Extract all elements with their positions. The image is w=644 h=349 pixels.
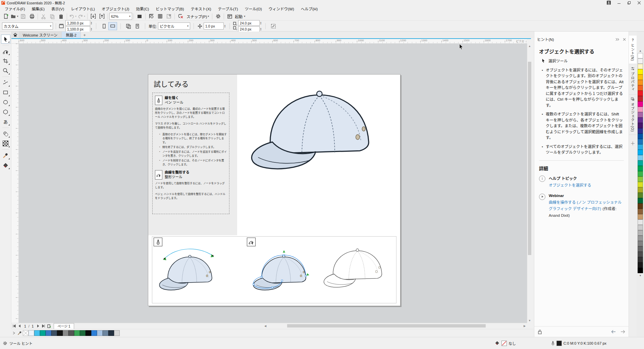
vertical-ruler[interactable] xyxy=(11,44,19,323)
add-docker-icon[interactable]: ＋ xyxy=(631,140,635,146)
color-swatch[interactable] xyxy=(46,330,51,336)
help-topic-link[interactable]: オブジェクトを選択する xyxy=(549,182,591,188)
scroll-down-icon[interactable]: ▼ xyxy=(527,318,532,323)
color-swatch[interactable] xyxy=(638,80,643,85)
print-icon[interactable] xyxy=(28,12,36,20)
scroll-up-icon[interactable]: ▲ xyxy=(527,44,532,48)
options-gear-icon[interactable] xyxy=(214,12,222,20)
pick-tool[interactable] xyxy=(1,35,10,44)
copy-icon[interactable] xyxy=(48,12,57,20)
docker-tab-properties[interactable]: プロパティ xyxy=(629,64,637,95)
color-swatch[interactable] xyxy=(638,236,643,241)
first-page-icon[interactable] xyxy=(11,323,17,329)
color-swatch[interactable] xyxy=(638,112,643,117)
color-swatch[interactable] xyxy=(638,150,643,155)
color-swatch[interactable] xyxy=(108,330,114,336)
duplicate-y-field[interactable]: 24.0 px xyxy=(238,26,260,32)
hint-back-icon[interactable] xyxy=(611,330,616,334)
close-panel-icon[interactable] xyxy=(623,38,626,41)
transparency-tool[interactable] xyxy=(1,139,10,148)
undo-icon[interactable]: ▾ xyxy=(68,12,77,20)
color-swatch[interactable] xyxy=(638,58,643,64)
color-swatch[interactable] xyxy=(68,330,74,336)
snap-off-icon[interactable] xyxy=(176,12,185,20)
color-swatch[interactable] xyxy=(638,257,643,262)
cut-icon[interactable] xyxy=(39,12,48,20)
maximize-icon[interactable] xyxy=(624,0,634,5)
color-swatch[interactable] xyxy=(638,160,643,166)
menu-window[interactable]: ウィンドウ(W) xyxy=(265,5,298,12)
color-swatch[interactable] xyxy=(80,330,86,336)
menu-bitmaps[interactable]: ビットマップ(B) xyxy=(152,5,187,12)
page-width-field[interactable]: 1,200.0 px xyxy=(65,20,90,26)
color-swatch[interactable] xyxy=(638,74,643,80)
nudge-spinner[interactable]: ▴▾ xyxy=(224,24,226,28)
color-swatch[interactable] xyxy=(638,209,643,214)
text-tool[interactable]: あ xyxy=(1,117,10,126)
show-rulers-icon[interactable] xyxy=(147,12,156,20)
open-document-icon[interactable]: ▾ xyxy=(10,12,19,20)
color-swatch[interactable] xyxy=(638,198,643,203)
last-page-icon[interactable] xyxy=(41,323,46,329)
color-swatch[interactable] xyxy=(638,166,643,171)
no-color-swatch[interactable] xyxy=(23,330,29,336)
color-swatch[interactable] xyxy=(29,330,34,336)
fill-none-swatch[interactable] xyxy=(501,341,507,346)
next-page-icon[interactable] xyxy=(36,323,41,329)
color-swatch[interactable] xyxy=(638,101,643,107)
color-swatch[interactable] xyxy=(74,330,80,336)
canvas-workspace[interactable]: 試してみる 線を描く ペン ツール 曲線のセグメントを描くには、最初のノードを配… xyxy=(19,44,527,323)
color-swatch[interactable] xyxy=(638,230,643,236)
menu-tools[interactable]: ツール(O) xyxy=(241,5,265,12)
all-pages-icon[interactable] xyxy=(124,22,133,30)
horizontal-scrollbar[interactable]: ◀ ▶ xyxy=(263,323,527,328)
units-combo[interactable]: ピクセル▾ xyxy=(158,22,190,30)
launch-icon[interactable] xyxy=(225,12,234,20)
page-height-spinner[interactable]: ▴▾ xyxy=(90,28,93,31)
color-swatch[interactable] xyxy=(638,252,643,257)
crop-tool[interactable] xyxy=(1,56,10,65)
color-swatch[interactable] xyxy=(638,225,643,230)
docker-tab-hints[interactable]: ? ヒント(N) xyxy=(629,36,637,64)
duplicate-x-spinner[interactable]: ▴▾ xyxy=(260,21,262,25)
page-1-tab[interactable]: ページ 1 xyxy=(54,323,74,329)
show-guidelines-icon[interactable] xyxy=(164,12,173,20)
color-swatch[interactable] xyxy=(638,85,643,91)
palette-scroll-down-icon[interactable]: ▼ xyxy=(637,273,644,278)
vertical-scrollbar[interactable]: ▲ ▼ xyxy=(527,44,532,323)
fullscreen-preview-icon[interactable] xyxy=(135,12,144,20)
page-preset-combo[interactable]: カスタム▾ xyxy=(2,22,53,30)
color-swatch[interactable] xyxy=(638,241,643,246)
palette-flyout-icon[interactable] xyxy=(11,332,16,335)
zoom-level-combo[interactable]: 62%▾ xyxy=(109,13,132,20)
color-swatch[interactable] xyxy=(638,219,643,225)
nudge-field[interactable]: 1.0 px xyxy=(204,22,224,30)
export-icon[interactable] xyxy=(98,12,106,20)
current-page-icon[interactable] xyxy=(133,22,142,30)
color-swatch[interactable] xyxy=(638,123,643,128)
user-account-icon[interactable] xyxy=(604,0,614,5)
menu-edit[interactable]: 編集(E) xyxy=(29,5,48,12)
horizontal-ruler[interactable]: ピクセル 60050040030020010001002003004005006… xyxy=(19,39,527,44)
color-swatch[interactable] xyxy=(638,134,643,139)
menu-table[interactable]: テーブル(T) xyxy=(215,5,241,12)
menu-object[interactable]: オブジェクト(J) xyxy=(98,5,132,12)
shape-tool[interactable] xyxy=(1,47,10,56)
polygon-tool[interactable] xyxy=(1,107,10,116)
paste-icon[interactable] xyxy=(57,12,65,20)
color-swatch[interactable] xyxy=(114,330,120,336)
show-grid-icon[interactable] xyxy=(156,12,164,20)
color-swatch[interactable] xyxy=(638,203,643,209)
snap-menu[interactable]: スナップ(P)▾ xyxy=(185,12,211,20)
color-swatch[interactable] xyxy=(40,330,46,336)
menu-help[interactable]: ヘルプ(H) xyxy=(298,5,321,12)
color-swatch[interactable] xyxy=(638,117,643,123)
lock-icon[interactable] xyxy=(538,330,542,334)
color-swatch[interactable] xyxy=(97,330,103,336)
minimize-icon[interactable] xyxy=(614,0,624,5)
docker-tab-objects[interactable]: オブジェクト(O) xyxy=(629,95,637,135)
color-swatch[interactable] xyxy=(638,187,643,193)
rectangle-tool[interactable] xyxy=(1,88,10,97)
scroll-left-icon[interactable]: ◀ xyxy=(263,323,268,328)
color-swatch[interactable] xyxy=(638,171,643,177)
